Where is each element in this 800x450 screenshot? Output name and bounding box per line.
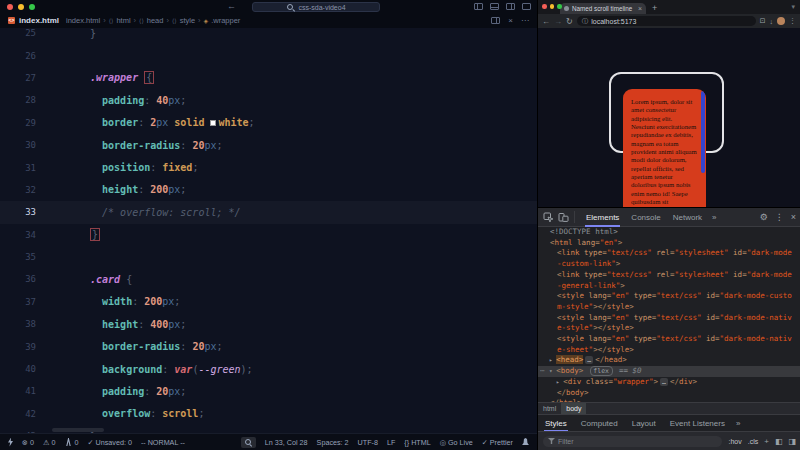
code-line[interactable]: 31 position: fixed; — [0, 156, 537, 178]
tab-index-html[interactable]: index.html — [19, 16, 59, 25]
command-center-search[interactable]: css-sda-video4 — [252, 2, 380, 12]
close-traffic-light[interactable] — [542, 4, 547, 9]
breadcrumb-item[interactable]: index.html — [66, 16, 100, 25]
code-line[interactable]: 42 overflow: scroll; — [0, 403, 537, 425]
breadcrumb-item[interactable]: html — [116, 16, 130, 25]
new-tab-icon[interactable]: + — [652, 3, 657, 13]
close-traffic-light[interactable] — [7, 4, 13, 10]
styles-filter-input[interactable]: Filter — [543, 436, 722, 447]
tab-search-icon[interactable]: ▾ — [791, 3, 795, 11]
color-swatch[interactable] — [210, 120, 216, 126]
statusbar-item[interactable]: ✓Prettier — [482, 438, 513, 447]
code-line[interactable]: 34} — [0, 224, 537, 246]
new-style-rule-icon[interactable]: + — [764, 437, 769, 446]
address-bar[interactable]: ⓘ localhost:5173 — [577, 16, 756, 26]
code-line[interactable]: 27.wrapper { — [0, 67, 537, 89]
customize-layout-icon[interactable] — [522, 3, 531, 10]
devtools-menu-icon[interactable]: ⋮ — [775, 212, 784, 222]
code-line[interactable]: 28 padding: 40px; — [0, 89, 537, 111]
minimize-traffic-light[interactable] — [550, 4, 555, 9]
panel-tab-computed[interactable]: Computed — [574, 415, 625, 432]
panel-tab-layout[interactable]: Layout — [625, 415, 663, 432]
dom-tree-row[interactable]: <html lang="en"> — [538, 238, 800, 249]
toggle-pseudo-state-button[interactable]: :hov — [728, 438, 741, 445]
statusbar-item[interactable]: ◎Go Live — [440, 438, 473, 447]
site-info-icon[interactable]: ⓘ — [582, 17, 589, 26]
device-toolbar-icon[interactable] — [558, 212, 569, 223]
tab-close-icon[interactable]: × — [638, 5, 642, 12]
card-element[interactable]: Lorem ipsum, dolor sit amet consectetur … — [623, 89, 706, 207]
code-line[interactable]: 30 border-radius: 20px; — [0, 134, 537, 156]
devtools-tab-elements[interactable]: Elements — [580, 208, 625, 227]
more-actions-icon[interactable]: ⋯ — [521, 16, 529, 25]
code-line[interactable]: 40 background: var(--green); — [0, 358, 537, 380]
dom-tree-row[interactable]: <link type="text/css" rel="stylesheet" i… — [538, 248, 800, 269]
browser-tab[interactable]: Named scroll timeline × — [560, 3, 646, 14]
code-line[interactable]: 29 border: 2px solid white; — [0, 112, 537, 134]
settings-gear-icon[interactable]: ⚙ — [760, 212, 768, 222]
browser-menu-icon[interactable]: ⋮ — [789, 17, 796, 25]
dom-tree-row[interactable]: <style lang="en" type="text/css" id="dar… — [538, 334, 800, 355]
element-classes-button[interactable]: .cls — [748, 438, 759, 445]
devtools-tab-console[interactable]: Console — [625, 208, 666, 227]
statusbar-item[interactable]: LF — [387, 438, 395, 447]
dom-tree-row[interactable]: <style lang="en" type="text/css" id="dar… — [538, 313, 800, 334]
back-icon[interactable]: ← — [542, 17, 550, 26]
statusbar-item[interactable]: Spaces: 2 — [317, 438, 349, 447]
devtools-tab-network[interactable]: Network — [667, 208, 708, 227]
statusbar-item[interactable]: -- NORMAL -- — [141, 438, 185, 447]
maximize-traffic-light[interactable] — [557, 4, 562, 9]
dom-crumb-html[interactable]: html — [538, 403, 561, 414]
statusbar-item[interactable]: UTF-8 — [358, 438, 378, 447]
editor-horizontal-scrollbar[interactable] — [52, 428, 104, 432]
dom-crumb-body[interactable]: body — [561, 403, 586, 414]
statusbar-item[interactable] — [241, 437, 256, 448]
code-line[interactable]: 26 — [0, 44, 537, 66]
panel-tab-event-listeners[interactable]: Event Listeners — [663, 415, 732, 432]
toggle-panel-icon[interactable] — [490, 3, 499, 10]
statusbar-item[interactable]: Ln 33, Col 28 — [265, 438, 308, 447]
downloads-icon[interactable]: ↓ — [770, 18, 774, 25]
maximize-traffic-light[interactable] — [29, 4, 35, 10]
toggle-sidebar-icon[interactable]: ◨ — [788, 437, 796, 446]
extensions-icon[interactable]: ⊡ — [760, 17, 766, 25]
statusbar-item[interactable]: 0 — [64, 438, 78, 447]
statusbar-item[interactable]: ⊗0 — [22, 438, 34, 447]
code-line[interactable]: 32 height: 200px; — [0, 179, 537, 201]
split-editor-icon[interactable] — [491, 17, 500, 24]
code-line[interactable]: 39 border-radius: 20px; — [0, 335, 537, 357]
code-line[interactable]: 35 — [0, 246, 537, 268]
statusbar-item[interactable] — [522, 438, 529, 446]
profile-avatar[interactable] — [777, 17, 785, 25]
breadcrumb-item[interactable]: .wrapper — [211, 16, 240, 25]
flex-badge[interactable]: flex — [590, 366, 613, 376]
minimize-traffic-light[interactable] — [18, 4, 24, 10]
dom-tree-row[interactable]: <!DOCTYPE html> — [538, 227, 800, 238]
code-line[interactable]: 33 /* overflow: scroll; */ — [0, 201, 537, 223]
dom-tree-row[interactable]: <link type="text/css" rel="stylesheet" i… — [538, 270, 800, 291]
statusbar-item[interactable] — [8, 438, 13, 447]
inspect-element-icon[interactable] — [543, 212, 554, 223]
code-line[interactable]: 37 width: 200px; — [0, 291, 537, 313]
code-line[interactable]: 38 height: 400px; — [0, 313, 537, 335]
devtools-close-icon[interactable]: × — [791, 212, 796, 222]
dom-tree-row[interactable]: ▸ <head>…</head> — [538, 355, 800, 366]
breadcrumb-item[interactable]: style — [180, 16, 195, 25]
dom-tree-row[interactable]: <style lang="en" type="text/css" id="dar… — [538, 291, 800, 312]
dom-tree-row[interactable]: ▸ <div class="wrapper">…</div> — [538, 377, 800, 388]
card-scrollbar-thumb[interactable] — [701, 91, 705, 173]
statusbar-item[interactable]: ✓Unsaved: 0 — [87, 438, 131, 447]
statusbar-item[interactable]: {}HTML — [404, 438, 430, 447]
more-tabs-icon[interactable]: » — [708, 213, 720, 222]
statusbar-item[interactable]: ⚠0 — [43, 438, 55, 447]
dom-tree-row[interactable]: </body> — [538, 388, 800, 399]
reload-icon[interactable]: ↻ — [566, 17, 573, 26]
code-line[interactable]: 41 padding: 20px; — [0, 380, 537, 402]
toggle-primary-sidebar-icon[interactable] — [474, 3, 483, 10]
more-panel-tabs-icon[interactable]: » — [732, 419, 744, 428]
toggle-secondary-sidebar-icon[interactable] — [506, 3, 515, 10]
dom-tree-row[interactable]: ⋯▾ <body> flex == $0 — [538, 366, 800, 377]
code-line[interactable]: 25} — [0, 28, 537, 44]
forward-icon[interactable]: → — [554, 17, 562, 26]
close-editor-icon[interactable]: × — [508, 16, 513, 25]
